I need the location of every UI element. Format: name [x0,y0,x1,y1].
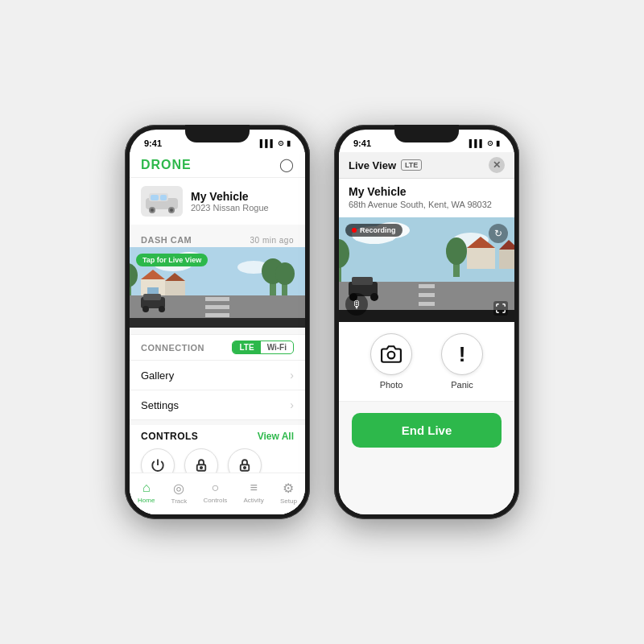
nav-controls[interactable]: ○ Controls [203,481,227,504]
svg-rect-42 [467,248,495,269]
svg-rect-44 [499,250,514,269]
refresh-button[interactable]: ↻ [489,224,508,243]
dashcam-label: DASH CAM [141,235,192,245]
vehicle-section: My Vehicle 2023 Nissan Rogue [130,178,305,225]
status-icons-right: ▌▌▌ ⊙ ▮ [469,139,500,147]
svg-rect-6 [151,195,159,200]
live-view-header: Live View LTE ✕ [339,152,514,179]
panic-circle: ! [441,333,483,375]
svg-point-5 [170,208,173,212]
nav-activity-label: Activity [243,497,263,504]
live-vehicle-name: My Vehicle [349,185,505,198]
panic-action[interactable]: ! Panic [441,333,483,390]
svg-rect-25 [205,305,229,309]
nav-home-label: Home [138,497,155,504]
svg-rect-26 [205,313,229,317]
gallery-chevron: › [290,369,294,382]
vehicle-info: My Vehicle 2023 Nissan Rogue [191,190,269,213]
microphone-button[interactable]: 🎙 [345,293,368,316]
controls-title: CONTROLS [141,431,198,442]
message-icon[interactable]: ◯ [279,157,294,172]
time-right: 9:41 [353,138,371,148]
svg-point-56 [370,293,378,301]
time-left: 9:41 [144,138,162,148]
live-view-title: Live View [349,159,396,171]
recording-label: Recording [360,226,396,234]
controls-header: CONTROLS View All [141,431,294,442]
svg-point-17 [275,262,295,285]
svg-point-29 [142,306,149,312]
battery-icon-right: ▮ [496,139,500,147]
photo-label: Photo [380,380,403,390]
svg-rect-57 [339,310,514,322]
drone-logo: DRONE [141,158,192,172]
gallery-label: Gallery [141,369,174,382]
svg-point-35 [244,467,246,469]
dashcam-time: 30 min ago [250,236,294,245]
nav-setup[interactable]: ⚙ Setup [280,481,297,505]
battery-icon: ▮ [287,139,291,147]
svg-point-30 [159,306,165,312]
svg-rect-50 [419,293,435,297]
vehicle-image [141,186,183,217]
live-vehicle-info: My Vehicle 68th Avenue South, Kent, WA 9… [339,179,514,217]
vehicle-name-left: My Vehicle [191,190,269,203]
close-button[interactable]: ✕ [489,157,505,173]
phone-notch-right [394,125,459,142]
tap-live-view-btn[interactable]: Tap for Live View [136,254,208,266]
nav-setup-label: Setup [280,497,297,505]
fullscreen-button[interactable] [493,301,508,316]
view-all-button[interactable]: View All [258,431,294,442]
signal-icon-right: ▌▌▌ [469,139,485,147]
svg-point-58 [388,352,395,359]
svg-point-33 [200,467,202,469]
track-icon: ◎ [173,481,184,496]
svg-rect-49 [419,284,435,288]
dashcam-section-label: DASH CAM 30 min ago [130,231,305,247]
live-cam-preview: Recording ↻ 🎙 [339,217,514,322]
wifi-icon: ⊙ [278,139,284,147]
settings-menu-item[interactable]: Settings › [130,390,305,420]
status-icons-left: ▌▌▌ ⊙ ▮ [260,139,291,147]
right-screen: Live View LTE ✕ My Vehicle 68th Avenue S… [339,152,514,514]
photo-action[interactable]: Photo [370,333,412,390]
svg-point-47 [446,237,467,265]
connection-toggle[interactable]: LTE Wi-Fi [232,341,294,354]
left-phone: 9:41 ▌▌▌ ⊙ ▮ DRONE ◯ [125,125,310,519]
connection-label: CONNECTION [141,343,204,353]
dashcam-preview[interactable]: Tap for Live View [130,247,305,328]
wifi-icon-right: ⊙ [487,139,493,147]
end-live-button[interactable]: End Live [352,413,502,448]
nav-home[interactable]: ⌂ Home [138,481,155,504]
nav-track[interactable]: ◎ Track [171,481,188,505]
live-actions: Photo ! Panic [339,322,514,402]
live-vehicle-address: 68th Avenue South, Kent, WA 98032 [349,200,505,209]
left-screen: DRONE ◯ [130,152,305,514]
controls-icon: ○ [212,481,220,495]
nav-activity[interactable]: ≡ Activity [243,481,263,504]
vehicle-model-left: 2023 Nissan Rogue [191,203,269,213]
svg-rect-24 [205,297,229,301]
connection-section: CONNECTION LTE Wi-Fi [130,334,305,361]
settings-label: Settings [141,399,179,411]
svg-rect-51 [419,302,435,306]
lte-option[interactable]: LTE [233,341,260,353]
wifi-option[interactable]: Wi-Fi [261,341,293,353]
svg-point-4 [151,208,154,212]
lte-badge: LTE [401,159,422,171]
right-phone: 9:41 ▌▌▌ ⊙ ▮ Live View LTE ✕ My Vehicle … [334,125,519,519]
svg-rect-54 [352,277,373,285]
svg-rect-21 [165,281,185,295]
panic-label: Panic [451,380,473,390]
svg-rect-31 [130,318,305,328]
settings-chevron: › [290,398,294,411]
recording-dot [352,228,357,233]
activity-icon: ≡ [250,481,257,495]
signal-icon: ▌▌▌ [260,139,275,147]
nav-track-label: Track [171,497,188,505]
photo-circle [370,333,412,375]
svg-rect-7 [160,195,167,200]
nav-controls-label: Controls [203,497,227,504]
home-icon: ⌂ [142,481,151,495]
gallery-menu-item[interactable]: Gallery › [130,361,305,390]
